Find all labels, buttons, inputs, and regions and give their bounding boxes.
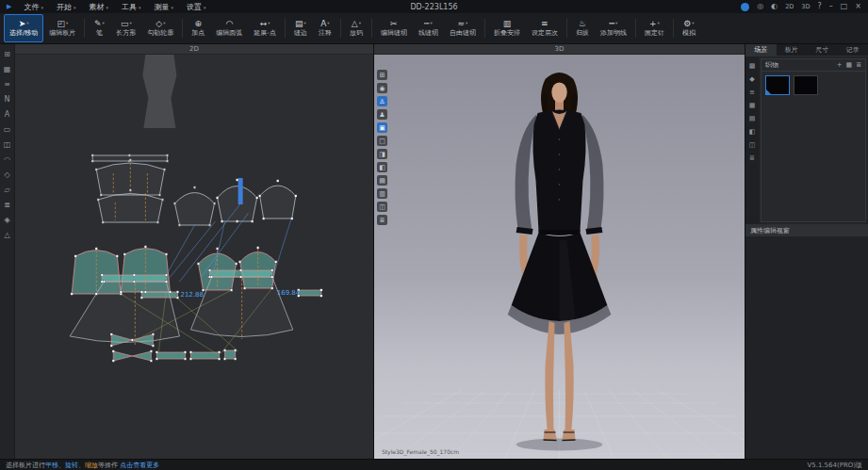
tab-板片[interactable]: 板片 — [777, 44, 808, 56]
pattern-piece[interactable] — [218, 186, 257, 222]
view-2d-toggle[interactable]: 2D — [785, 2, 794, 11]
pattern-piece[interactable] — [98, 194, 162, 223]
add-fabric-button[interactable]: + — [837, 61, 843, 69]
avatar-pose-tool[interactable]: ♟ — [377, 109, 387, 120]
pattern-piece[interactable] — [113, 351, 132, 361]
menu-3[interactable]: 素材▾ — [82, 2, 115, 12]
tool-缝边[interactable]: ▤▾缝边 — [288, 14, 313, 42]
tool-笔[interactable]: ✎▾笔 — [88, 14, 110, 42]
tool-选择/移动[interactable]: ➤▾选择/移动 — [4, 14, 43, 42]
garment-display-toggle[interactable]: ▣ — [377, 122, 387, 133]
overlay-toggle[interactable]: ◫ — [2, 139, 13, 150]
mesh-display-toggle[interactable]: □ — [377, 136, 387, 146]
seamline-toggle[interactable]: ◇ — [2, 170, 13, 180]
menu-6[interactable]: 设置▾ — [180, 2, 213, 12]
puckering-category[interactable]: ◧ — [747, 127, 758, 137]
trim-category[interactable]: ≡ — [747, 88, 758, 97]
list-display-toggle[interactable]: ≣ — [377, 215, 387, 225]
tab-记录[interactable]: 记录 — [838, 44, 868, 56]
notch-tool[interactable]: N — [2, 94, 13, 105]
tool-归拔[interactable]: ♨归拔 — [570, 14, 595, 42]
menu-5[interactable]: 测量▾ — [147, 2, 180, 12]
simulate-play-icon[interactable]: ▶ — [7, 3, 11, 10]
pattern-piece[interactable] — [156, 352, 185, 359]
pan-tool[interactable]: ⊞ — [2, 49, 13, 59]
selected-seam-segment[interactable] — [238, 178, 243, 204]
grid-view-button[interactable]: ▦ — [846, 61, 853, 69]
show-avatar-toggle[interactable]: ◉ — [377, 83, 387, 93]
user-avatar[interactable] — [741, 3, 749, 11]
measure-toggle[interactable]: △ — [2, 230, 13, 240]
延展-点-icon: ↔▾ — [260, 18, 270, 29]
tool-编辑缝纫[interactable]: ✂编辑缝纫 — [375, 14, 413, 42]
menu-4[interactable]: 工具▾ — [115, 2, 148, 12]
tab-尺寸[interactable]: 尺寸 — [807, 44, 838, 56]
pin-display-toggle[interactable]: ◨ — [377, 149, 387, 159]
seam-display-toggle[interactable]: ◧ — [377, 162, 387, 172]
toolbar-group-4: ▤▾缝边A▾注释 — [288, 14, 337, 42]
pattern-svg[interactable]: 212.88169.84 — [15, 55, 373, 459]
menu-1[interactable]: 文件▾ — [17, 2, 50, 12]
color-category[interactable]: ◆ — [747, 74, 758, 84]
menu-caret-icon: ▾ — [74, 5, 76, 10]
2d-canvas[interactable]: 212.88169.84 — [15, 55, 373, 459]
tool-延展-点[interactable]: ↔▾延展-点 — [248, 14, 282, 42]
notification-icon[interactable]: ◎ — [757, 2, 763, 11]
button-category[interactable]: ▦ — [747, 101, 758, 110]
fabric-swatch-1[interactable] — [765, 75, 790, 95]
view-reset-tool[interactable]: ⊞ — [377, 70, 387, 80]
pattern-piece[interactable] — [225, 350, 236, 359]
tab-场景[interactable]: 场景 — [745, 44, 777, 56]
status-more-link[interactable]: 点击查看更多 — [120, 461, 159, 470]
right-panel: 场景板片尺寸记录 ▩◆≡▦▤◧◫≣ 织物 +▦≣ 属性编辑视窗 — [745, 44, 868, 459]
tool-放码[interactable]: △▾放码 — [344, 14, 368, 42]
tool-线缝纫[interactable]: ┉▾线缝纫 — [413, 14, 444, 42]
pattern-piece[interactable] — [132, 351, 151, 361]
property-toggle[interactable]: ◈ — [2, 215, 13, 225]
layer-display-toggle[interactable]: ◫ — [377, 202, 387, 212]
curve-display-toggle[interactable]: ◠ — [2, 154, 13, 165]
theme-icon[interactable]: ◐ — [771, 2, 778, 11]
tool-折叠安排[interactable]: ▥折叠安排 — [488, 14, 526, 42]
help-icon[interactable]: ? — [817, 2, 821, 11]
view-3d-toggle[interactable]: 3D — [801, 2, 810, 11]
close-icon[interactable]: × — [855, 2, 861, 11]
texture-display-toggle[interactable]: ▤ — [377, 175, 387, 186]
tool-编辑圆弧[interactable]: ◠编辑圆弧 — [210, 14, 248, 42]
tool-添加明线[interactable]: ┅▾添加明线 — [595, 14, 632, 42]
pattern-piece[interactable] — [299, 290, 321, 296]
pattern-piece[interactable] — [174, 193, 214, 226]
3d-viewport[interactable]: ⊞◉♙♟▣□◨◧▤▥◫≣ — [374, 55, 745, 459]
list-view-button[interactable]: ≣ — [856, 61, 861, 69]
list-toggle[interactable]: ≡ — [2, 79, 13, 89]
minimize-icon[interactable]: – — [829, 2, 833, 11]
tool-加点[interactable]: ⊕加点 — [186, 14, 210, 42]
tool-设定层次[interactable]: ≡设定层次 — [526, 14, 564, 42]
tool-注释[interactable]: A▾注释 — [313, 14, 337, 42]
list-category[interactable]: ≣ — [747, 154, 758, 163]
pattern-piece[interactable] — [260, 186, 296, 219]
tool-固定针[interactable]: +▾固定针 — [639, 14, 670, 42]
grid-toggle[interactable]: ▦ — [2, 64, 13, 74]
stitch-display-toggle[interactable]: ▥ — [377, 188, 387, 199]
fabric-category[interactable]: ▩ — [747, 61, 758, 71]
pattern-piece[interactable] — [190, 352, 219, 359]
tool-编辑板片[interactable]: ◰▾编辑板片 — [43, 14, 81, 42]
menu-2[interactable]: 开始▾ — [50, 2, 83, 12]
avatar-display-toggle[interactable]: ♙ — [377, 96, 387, 106]
pattern-piece[interactable] — [141, 292, 177, 298]
hardware-category[interactable]: ◫ — [747, 140, 758, 150]
maximize-icon[interactable]: □ — [841, 2, 848, 11]
text-annotation-tool[interactable]: A — [2, 109, 13, 120]
tool-模拟[interactable]: ⚙▾模拟 — [677, 14, 701, 42]
rect-select-tool[interactable]: ▭ — [2, 124, 13, 135]
tool-自由缝纫[interactable]: ≈▾自由缝纫 — [444, 14, 482, 42]
fabric-swatch-2[interactable] — [794, 75, 818, 95]
tool-勾勒轮廓[interactable]: ◇▾勾勒轮廓 — [141, 14, 179, 42]
topstitch-category[interactable]: ▤ — [747, 114, 758, 123]
tool-长方形[interactable]: ▭▾长方形 — [110, 14, 141, 42]
layer-list-toggle[interactable]: ≣ — [2, 200, 13, 210]
tool-label: 延展-点 — [254, 29, 276, 38]
3d-scene[interactable]: Style3D_Female_50_170cm — [374, 55, 745, 459]
pattern-ghost-toggle[interactable]: ▱ — [2, 185, 13, 195]
